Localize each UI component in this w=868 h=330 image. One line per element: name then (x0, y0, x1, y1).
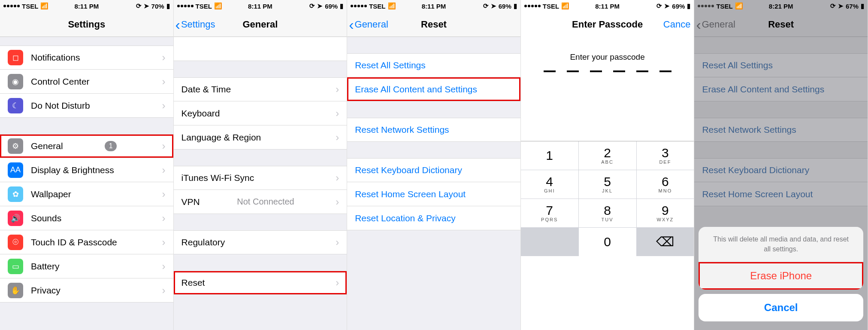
lock-icon: ⟳ (136, 2, 142, 10)
row-label: Display & Brightness (31, 165, 114, 175)
general-row[interactable]: iTunes Wi-Fi Sync› (174, 166, 347, 190)
reset-row[interactable]: Erase All Content and Settings (347, 77, 520, 101)
chevron-right-icon: › (336, 83, 339, 95)
key-6[interactable]: 6MNO (637, 170, 694, 199)
erase-iphone-button[interactable]: Erase iPhone (699, 262, 863, 290)
key-4[interactable]: 4GHI (521, 170, 578, 199)
key-7[interactable]: 7PQRS (521, 199, 578, 227)
general-row[interactable]: Language & Region› (174, 125, 347, 150)
screen-erase-confirm: TSEL 📶 8:21 PM ⟳ ➤ 67% ▮ ‹General Reset … (694, 0, 868, 330)
row-label: Reset Network Settings (355, 125, 449, 135)
reset-row[interactable]: Reset Network Settings (347, 118, 520, 142)
settings-row[interactable]: ✿Wallpaper› (0, 182, 173, 206)
general-row[interactable]: Reset› (174, 271, 347, 295)
nav-title: Reset (768, 19, 794, 30)
carrier-label: TSEL (543, 3, 559, 10)
clock-label: 8:11 PM (74, 3, 99, 10)
row-label: Reset Home Screen Layout (702, 189, 813, 199)
settings-row[interactable]: ▭Battery› (0, 254, 173, 278)
general-row[interactable]: Regulatory› (174, 230, 347, 254)
screen-reset: TSEL 📶 8:11 PM ⟳ ➤ 69% ▮ ‹General Reset … (347, 0, 521, 330)
row-label: Reset Location & Privacy (355, 213, 456, 223)
key-9[interactable]: 9WXYZ (637, 199, 694, 227)
nav-bar: Enter Passcode Cance (521, 12, 694, 37)
reset-row[interactable]: Reset Home Screen Layout (347, 182, 520, 206)
carrier-label: TSEL (369, 3, 385, 10)
row-label: Reset Home Screen Layout (355, 189, 466, 199)
nav-bar: ‹Settings General (174, 12, 347, 37)
carrier-label: TSEL (716, 3, 732, 10)
wifi-icon: 📶 (214, 2, 222, 10)
status-bar: TSEL 📶 8:11 PM ⟳ ➤ 69% ▮ (174, 0, 347, 12)
battery-icon: ▮ (166, 2, 170, 10)
battery-icon: ▮ (340, 2, 343, 10)
back-button[interactable]: ‹Settings (174, 17, 215, 32)
carrier-label: TSEL (22, 3, 38, 10)
key-5[interactable]: 5JKL (579, 170, 636, 199)
row-label: VPN (181, 197, 200, 207)
sheet-message: This will delete all media and data, and… (699, 227, 863, 262)
chevron-right-icon: › (336, 196, 339, 208)
reset-row[interactable]: Reset All Settings (347, 53, 520, 77)
settings-row[interactable]: ⚙︎General1› (0, 134, 173, 158)
signal-dots-icon (3, 5, 20, 7)
signal-dots-icon (524, 5, 541, 7)
chevron-right-icon: › (336, 277, 339, 289)
back-button[interactable]: ‹General (347, 17, 388, 32)
settings-row[interactable]: ✋Privacy› (0, 278, 173, 302)
reset-row: Reset All Settings (694, 53, 868, 77)
chevron-right-icon: › (162, 52, 166, 64)
location-icon: ➤ (838, 2, 844, 10)
status-bar: TSEL 📶 8:11 PM ⟳ ➤ 69% ▮ (521, 0, 694, 12)
key-0[interactable]: 0 (579, 228, 636, 256)
location-icon: ➤ (664, 2, 670, 10)
reset-row: Reset Network Settings (694, 118, 868, 142)
signal-dots-icon (177, 5, 194, 7)
key-8[interactable]: 8TUV (579, 199, 636, 227)
screen-settings: TSEL 📶 8:11 PM ⟳ ➤ 70% ▮ Settings ◻︎Noti… (0, 0, 174, 330)
key-3[interactable]: 3DEF (637, 141, 694, 170)
row-label: Keyboard (181, 108, 220, 119)
row-label: Sounds (31, 213, 61, 223)
row-label: Battery (31, 261, 60, 272)
general-row[interactable]: Date & Time› (174, 77, 347, 101)
general-row[interactable]: VPNNot Connected› (174, 190, 347, 214)
nav-title: General (242, 19, 278, 30)
settings-row[interactable]: 🔊Sounds› (0, 206, 173, 230)
nav-bar: Settings (0, 12, 173, 37)
status-bar: TSEL 📶 8:11 PM ⟳ ➤ 70% ▮ (0, 0, 173, 12)
app-icon: AA (8, 162, 23, 178)
settings-group-1: ◻︎Notifications›◉Control Center›☾Do Not … (0, 46, 173, 118)
lock-icon: ⟳ (483, 2, 489, 10)
chevron-right-icon: › (336, 172, 339, 184)
row-label: Reset Keyboard Dictionary (702, 165, 809, 175)
key-2[interactable]: 2ABC (579, 141, 636, 170)
settings-row[interactable]: AADisplay & Brightness› (0, 158, 173, 182)
cancel-button[interactable]: Cance (663, 19, 691, 30)
general-row[interactable]: Keyboard› (174, 101, 347, 125)
settings-row[interactable]: ⦾Touch ID & Passcode› (0, 230, 173, 254)
location-icon: ➤ (317, 2, 323, 10)
row-label: Touch ID & Passcode (31, 237, 117, 248)
settings-row[interactable]: ☾Do Not Disturb› (0, 94, 173, 118)
chevron-right-icon: › (162, 260, 166, 272)
reset-row[interactable]: Reset Location & Privacy (347, 206, 520, 230)
key-1[interactable]: 1 (521, 141, 578, 170)
row-label: Reset Keyboard Dictionary (355, 165, 462, 175)
sheet-cancel-button[interactable]: Cancel (699, 294, 863, 321)
signal-dots-icon (698, 5, 714, 7)
backspace-key[interactable]: ⌫ (637, 228, 694, 256)
cell-restrictions-cut[interactable] (174, 37, 347, 61)
reset-row[interactable]: Reset Keyboard Dictionary (347, 158, 520, 182)
battery-label: 70% (151, 3, 164, 10)
reset-row: Erase All Content and Settings (694, 77, 868, 101)
settings-row[interactable]: ◉Control Center› (0, 70, 173, 94)
row-label: Language & Region (181, 132, 261, 143)
row-label: Reset All Settings (355, 60, 426, 70)
nav-bar: ‹General Reset (347, 12, 520, 37)
settings-row[interactable]: ◻︎Notifications› (0, 46, 173, 70)
badge: 1 (105, 141, 117, 151)
settings-group-2: ⚙︎General1›AADisplay & Brightness›✿Wallp… (0, 134, 173, 302)
nav-title: Enter Passcode (572, 19, 643, 30)
battery-label: 69% (499, 3, 511, 10)
